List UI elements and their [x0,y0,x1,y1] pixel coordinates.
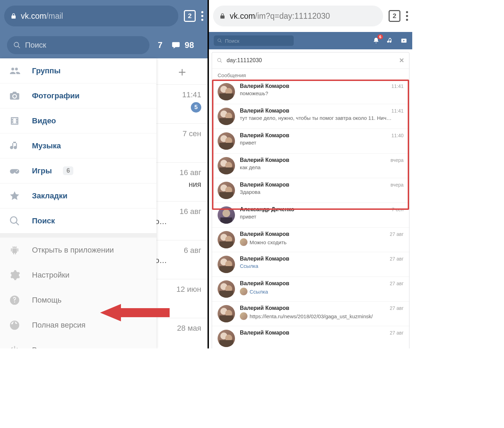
avatar [218,231,235,248]
clear-search-icon[interactable]: ✕ [399,57,404,64]
music-icon [8,140,21,152]
svg-marker-0 [100,304,170,321]
avatar [218,108,235,125]
svg-rect-4 [219,93,233,100]
music-icon[interactable] [387,37,393,44]
menu-item-video[interactable]: Видео [0,108,156,133]
message-item[interactable]: Валерий Комароввчера как дела [212,154,409,178]
avatar [218,206,235,224]
dialog-row[interactable]: 11:41 5 [156,85,208,124]
gamepad-icon [8,165,21,177]
tab-switcher[interactable]: 2 [184,10,196,22]
im-search-value: day:11112030 [227,57,262,64]
messages-section-header: Сообщения [212,69,409,80]
dialog-row[interactable]: 7 сен [156,124,208,163]
search-placeholder: Поиск [25,41,46,50]
url-host: vk.com [21,11,46,20]
avatar [218,305,235,322]
logout-icon [8,344,21,348]
avatar [218,83,235,100]
browser-address-bar: vk.com/im?q=day:11112030 2 [209,0,412,32]
svg-rect-27 [219,291,233,298]
unread-badge: 5 [191,102,201,113]
url-host: vk.com [230,11,255,20]
url-path: /mail [46,11,63,20]
vk-top-bar: Поиск 7 98 [0,32,208,58]
svg-rect-33 [219,340,233,347]
browser-menu-icon[interactable] [201,11,203,21]
messages-count[interactable]: 98 [171,40,194,50]
message-item[interactable]: Валерий Комаров27 авг https://lenta.ru/n… [212,302,409,326]
notifications-icon[interactable]: 6 [373,37,380,44]
message-item[interactable]: Валерий Комаров27 авг Ссылка [212,252,409,277]
im-search-panel: day:11112030 ✕ Сообщения Валерий Комаров… [212,52,409,348]
dialog-row[interactable]: о… 6 авг [156,240,208,279]
film-icon [8,115,21,127]
lock-icon [219,12,226,20]
browser-address-bar: vk.com/mail 2 [0,0,208,32]
plus-icon [177,67,187,77]
im-search-row[interactable]: day:11112030 ✕ [212,52,409,69]
menu-item-open-in-app[interactable]: Открыть в приложении [0,238,156,263]
message-item[interactable]: Валерий Комаров27 авг Можно сходить [212,228,409,252]
search-icon [217,58,222,63]
search-icon [8,215,21,227]
friends-count[interactable]: 7 [158,40,162,50]
message-list: Валерий Комаров11:41 поможешь? Валерий К… [212,80,409,348]
video-play-icon[interactable] [400,37,407,44]
url-field[interactable]: vk.com/im?q=day:11112030 [213,6,383,26]
menu-item-games[interactable]: Игры 6 [0,158,156,183]
android-icon [8,244,21,256]
dialog-row[interactable]: 28 мая [156,318,208,348]
svg-rect-16 [219,192,233,199]
message-item[interactable]: Александр Диченко7 сен привет [212,203,409,228]
avatar [218,157,235,174]
search-placeholder: Поиск [225,38,239,44]
new-chat-button[interactable] [156,58,208,85]
svg-rect-30 [219,315,233,322]
svg-point-17 [222,209,230,217]
message-item[interactable]: Валерий Комаров11:41 тут такое дело, нуж… [212,104,409,129]
message-item[interactable]: Валерий Комаров27 авг [212,326,409,348]
annotation-arrow [100,304,170,323]
avatar [218,132,235,150]
tab-switcher[interactable]: 2 [389,10,400,22]
message-item[interactable]: Валерий Комароввчера Здарова [212,178,409,203]
menu-item-settings[interactable]: Настройки [0,263,156,288]
menu-item-bookmarks[interactable]: Закладки [0,183,156,208]
url-field[interactable]: vk.com/mail [4,6,178,26]
gear-icon [8,269,21,281]
message-item[interactable]: Валерий Комаров11:40 привет [212,129,409,154]
search-icon [217,38,222,43]
mini-avatar [240,288,247,295]
dialog-row[interactable]: 16 авг ния [156,163,208,201]
svg-rect-7 [219,118,233,125]
dialog-row[interactable]: о… 16 авг [156,201,208,240]
search-icon [13,41,21,49]
star-icon [8,190,21,202]
vk-search-field[interactable]: Поиск [7,36,149,54]
globe-icon [8,319,21,331]
help-icon [8,294,21,306]
avatar [218,330,235,347]
menu-item-search[interactable]: Поиск [0,208,156,233]
avatar [218,280,235,298]
mini-avatar [240,312,247,320]
svg-rect-10 [219,143,233,150]
menu-item-music[interactable]: Музыка [0,133,156,158]
browser-menu-icon[interactable] [406,11,408,21]
svg-rect-24 [219,266,233,273]
menu-item-logout[interactable]: Выход [0,338,156,348]
vk-search-field[interactable]: Поиск [214,35,294,46]
menu-item-groups[interactable]: Группы [0,58,156,83]
lock-icon [10,12,17,20]
avatar [218,256,235,273]
notification-badge: 6 [377,34,383,39]
users-icon [8,65,21,77]
camera-icon [8,90,21,102]
chat-icon [171,41,181,50]
svg-rect-13 [219,167,233,174]
message-item[interactable]: Валерий Комаров11:41 поможешь? [212,80,409,104]
message-item[interactable]: Валерий Комаров27 авг Ссылка [212,277,409,302]
menu-item-photos[interactable]: Фотографии [0,83,156,108]
